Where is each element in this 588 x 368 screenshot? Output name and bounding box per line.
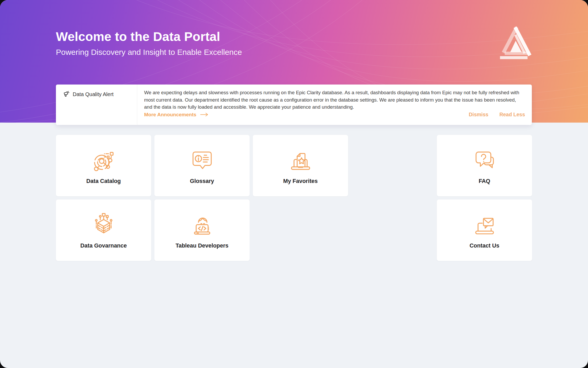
- card-label: Data Govarnance: [56, 243, 151, 249]
- data-governance-icon: [90, 212, 117, 239]
- data-catalog-icon: [90, 148, 117, 175]
- card-glossary[interactable]: Glossary: [154, 135, 250, 196]
- page-subtitle: Powering Discovery and Insight to Enable…: [56, 48, 242, 57]
- more-announcements-label: More Announcements: [144, 112, 196, 118]
- card-label: Tableau Developers: [154, 243, 250, 249]
- read-less-button[interactable]: Read Less: [499, 112, 525, 118]
- vertical-divider: [137, 85, 137, 125]
- faq-icon: [471, 148, 498, 175]
- card-faq[interactable]: FAQ: [437, 135, 532, 196]
- card-label: FAQ: [437, 178, 532, 185]
- announcement-footer: More Announcements Dismiss Read Less: [144, 112, 525, 118]
- glossary-icon: [188, 148, 216, 175]
- announcement-title: Data Quality Alert: [73, 91, 114, 97]
- card-label: Glossary: [154, 178, 250, 185]
- tableau-developers-icon: [188, 212, 216, 239]
- dismiss-button[interactable]: Dismiss: [469, 112, 489, 118]
- card-my-favorites[interactable]: My Favorites: [253, 135, 348, 196]
- card-data-governance[interactable]: Data Govarnance: [56, 199, 151, 261]
- announcement-actions: Dismiss Read Less: [469, 112, 525, 118]
- contact-us-icon: [471, 212, 498, 239]
- card-label: Contact Us: [437, 243, 532, 249]
- more-announcements-link[interactable]: More Announcements: [144, 112, 209, 118]
- my-favorites-icon: [287, 148, 314, 175]
- card-contact-us[interactable]: Contact Us: [437, 199, 532, 261]
- announcement-header: Data Quality Alert: [63, 91, 114, 98]
- card-label: My Favorites: [253, 178, 348, 185]
- announcement-card: Data Quality Alert We are expecting dela…: [56, 85, 532, 125]
- page-root: Welcome to the Data Portal Powering Disc…: [0, 0, 588, 368]
- card-label: Data Catalog: [56, 178, 151, 185]
- announcement-message: We are expecting delays and slowness wit…: [144, 89, 524, 111]
- card-data-catalog[interactable]: Data Catalog: [56, 135, 151, 196]
- card-tableau-developers[interactable]: Tableau Developers: [154, 199, 250, 261]
- triangle-logo-icon: [498, 25, 534, 60]
- page-title: Welcome to the Data Portal: [56, 29, 220, 44]
- arrow-right-icon: [200, 112, 209, 117]
- megaphone-icon: [63, 91, 70, 98]
